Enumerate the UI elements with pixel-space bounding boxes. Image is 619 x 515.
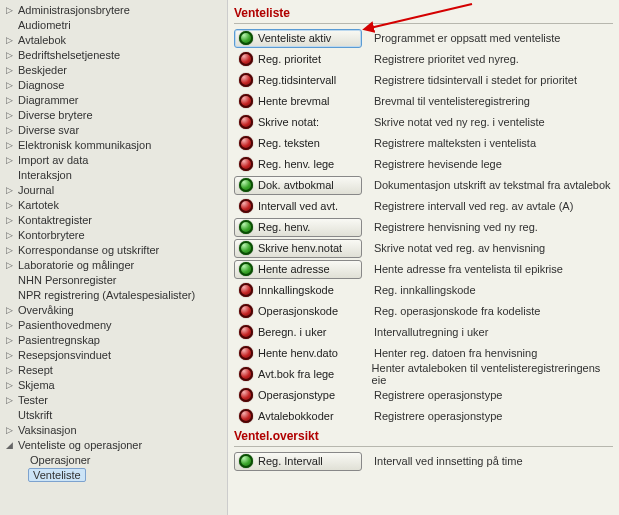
tree-item[interactable]: ▷Journal [0,182,227,197]
setting-description: Skrive notat ved ny reg. i venteliste [374,116,545,128]
tree-item[interactable]: ▷Skjema [0,377,227,392]
tree-item[interactable]: NHN Personregister [0,272,227,287]
tree-item[interactable]: ▷Bedriftshelsetjeneste [0,47,227,62]
tree-item[interactable]: ▷Diagrammer [0,92,227,107]
setting-row: Venteliste aktivProgrammet er oppsatt me… [234,28,613,48]
setting-row: Intervall ved avt.Registrere intervall v… [234,196,613,216]
toggle-button[interactable]: Reg. henv. [234,218,362,237]
toggle-button[interactable]: Hente henv.dato [234,344,362,363]
toggle-button[interactable]: Avtalebokkoder [234,407,362,426]
tree-item[interactable]: ▷Korrespondanse og utskrifter [0,242,227,257]
toggle-button[interactable]: Skrive notat: [234,113,362,132]
toggle-button[interactable]: Operasjonstype [234,386,362,405]
expander-closed-icon[interactable]: ▷ [6,305,16,315]
tree-item[interactable]: ▷Kontaktregister [0,212,227,227]
tree-item[interactable]: ▷Pasienthovedmeny [0,317,227,332]
status-off-icon [239,157,253,171]
toggle-button-label: Hente adresse [258,263,330,275]
status-off-icon [239,346,253,360]
toggle-button[interactable]: Innkallingskode [234,281,362,300]
expander-closed-icon[interactable]: ▷ [6,155,16,165]
toggle-button[interactable]: Dok. avtbokmal [234,176,362,195]
toggle-button-label: Beregn. i uker [258,326,326,338]
tree-item[interactable]: ◢Venteliste og operasjoner [0,437,227,452]
expander-closed-icon[interactable]: ▷ [6,140,16,150]
tree-item[interactable]: ▷Avtalebok [0,32,227,47]
expander-closed-icon[interactable]: ▷ [6,320,16,330]
tree-item[interactable]: ▷Administrasjonsbrytere [0,2,227,17]
setting-description: Dokumentasjon utskrift av tekstmal fra a… [374,179,611,191]
expander-closed-icon[interactable]: ▷ [6,215,16,225]
toggle-button-label: Avt.bok fra lege [258,368,334,380]
toggle-button[interactable]: Venteliste aktiv [234,29,362,48]
expander-closed-icon[interactable]: ▷ [6,365,16,375]
tree-item-label: Kontaktregister [16,214,94,226]
tree-item[interactable]: ▷Laboratorie og målinger [0,257,227,272]
toggle-button[interactable]: Intervall ved avt. [234,197,362,216]
toggle-button[interactable]: Beregn. i uker [234,323,362,342]
tree-item[interactable]: Audiometri [0,17,227,32]
setting-row: Reg.tidsintervallRegistrere tidsinterval… [234,70,613,90]
expander-closed-icon[interactable]: ▷ [6,350,16,360]
tree-item[interactable]: ▷Resept [0,362,227,377]
expander-closed-icon[interactable]: ▷ [6,245,16,255]
tree-item[interactable]: ▷Resepsjonsvinduet [0,347,227,362]
expander-closed-icon[interactable]: ▷ [6,380,16,390]
expander-closed-icon[interactable]: ▷ [6,110,16,120]
expander-closed-icon[interactable]: ▷ [6,230,16,240]
toggle-button[interactable]: Skrive henv.notat [234,239,362,258]
expander-closed-icon[interactable]: ▷ [6,200,16,210]
tree-item[interactable]: ▷Import av data [0,152,227,167]
tree-item[interactable]: ▷Kontorbrytere [0,227,227,242]
tree-item[interactable]: ▷Beskjeder [0,62,227,77]
tree-item-label: Operasjoner [28,454,93,466]
tree-item[interactable]: ▷Vaksinasjon [0,422,227,437]
expander-closed-icon[interactable]: ▷ [6,125,16,135]
status-on-icon [239,31,253,45]
toggle-button[interactable]: Hente brevmal [234,92,362,111]
tree-item[interactable]: ▷Diverse brytere [0,107,227,122]
tree-item-child[interactable]: Venteliste [0,467,227,482]
tree-item[interactable]: Utskrift [0,407,227,422]
expander-closed-icon[interactable]: ▷ [6,35,16,45]
status-on-icon [239,241,253,255]
tree-item-label: Beskjeder [16,64,69,76]
setting-description: Brevmal til ventelisteregistrering [374,95,530,107]
tree-item[interactable]: ▷Diverse svar [0,122,227,137]
expander-closed-icon[interactable]: ▷ [6,95,16,105]
expander-closed-icon[interactable]: ▷ [6,50,16,60]
tree-item[interactable]: Interaksjon [0,167,227,182]
toggle-button-label: Reg. henv. lege [258,158,334,170]
sidebar-tree[interactable]: ▷AdministrasjonsbrytereAudiometri▷Avtale… [0,0,228,515]
toggle-button[interactable]: Reg. henv. lege [234,155,362,174]
setting-description: Registrere prioritet ved nyreg. [374,53,519,65]
toggle-button[interactable]: Reg. teksten [234,134,362,153]
setting-description: Intervallutregning i uker [374,326,488,338]
tree-item[interactable]: NPR registrering (Avtalespesialister) [0,287,227,302]
toggle-button[interactable]: Reg. prioritet [234,50,362,69]
tree-item[interactable]: ▷Tester [0,392,227,407]
expander-closed-icon[interactable]: ▷ [6,65,16,75]
tree-item[interactable]: ▷Elektronisk kommunikasjon [0,137,227,152]
expander-closed-icon[interactable]: ▷ [6,80,16,90]
tree-item[interactable]: ▷Kartotek [0,197,227,212]
status-off-icon [239,94,253,108]
toggle-button[interactable]: Reg. Intervall [234,452,362,471]
tree-item[interactable]: ▷Pasientregnskap [0,332,227,347]
expander-closed-icon[interactable]: ▷ [6,5,16,15]
toggle-button-label: Reg.tidsintervall [258,74,336,86]
tree-item-child[interactable]: Operasjoner [0,452,227,467]
expander-open-icon[interactable]: ◢ [6,440,16,450]
setting-row: InnkallingskodeReg. innkallingskode [234,280,613,300]
expander-closed-icon[interactable]: ▷ [6,260,16,270]
toggle-button[interactable]: Operasjonskode [234,302,362,321]
expander-closed-icon[interactable]: ▷ [6,395,16,405]
expander-closed-icon[interactable]: ▷ [6,425,16,435]
toggle-button[interactable]: Hente adresse [234,260,362,279]
toggle-button[interactable]: Avt.bok fra lege [234,365,360,384]
tree-item[interactable]: ▷Overvåking [0,302,227,317]
tree-item[interactable]: ▷Diagnose [0,77,227,92]
expander-closed-icon[interactable]: ▷ [6,335,16,345]
toggle-button[interactable]: Reg.tidsintervall [234,71,362,90]
expander-closed-icon[interactable]: ▷ [6,185,16,195]
